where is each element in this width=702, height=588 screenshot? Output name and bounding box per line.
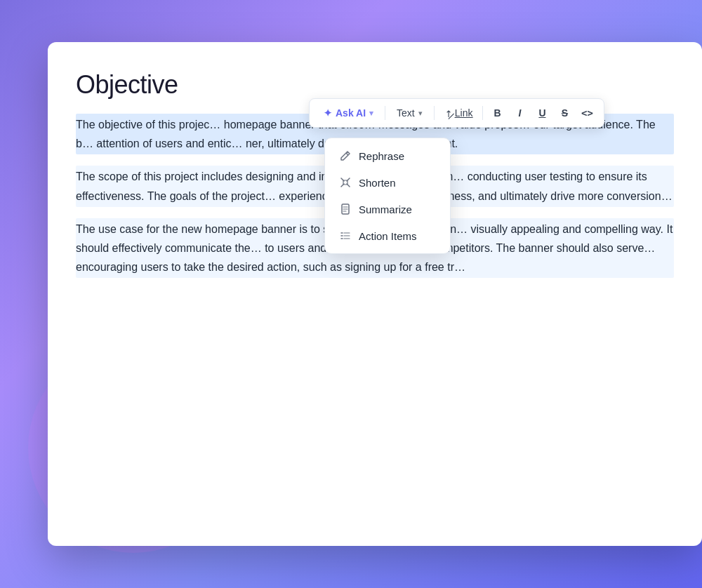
formatting-toolbar: ✦ Ask AI ▾ Text ▾ ↗ Link B I U S <> <box>309 98 604 128</box>
link-button[interactable]: ↗ Link <box>439 104 479 122</box>
bold-button[interactable]: B <box>487 103 507 123</box>
text-label: Text <box>397 107 415 119</box>
rephrase-label: Rephrase <box>359 150 404 162</box>
shorten-label: Shorten <box>359 177 396 189</box>
text-format-button[interactable]: Text ▾ <box>390 104 430 122</box>
summarize-label: Summarize <box>359 203 412 215</box>
menu-item-action-items[interactable]: Action Items <box>329 222 446 249</box>
underline-button[interactable]: U <box>532 103 552 123</box>
document-title: Objective <box>76 70 674 100</box>
ai-dropdown-menu: Rephrase Shorten Summarize <box>324 138 451 254</box>
ask-ai-button[interactable]: ✦ Ask AI ▾ <box>317 104 380 122</box>
divider-1 <box>385 106 385 120</box>
sparkle-icon: ✦ <box>324 107 332 119</box>
action-items-label: Action Items <box>359 230 417 242</box>
italic-icon: I <box>518 107 521 119</box>
text-chevron-icon: ▾ <box>418 109 423 118</box>
code-button[interactable]: <> <box>577 103 597 123</box>
shorten-icon <box>339 176 352 189</box>
link-arrow-icon: ↗ <box>442 107 454 119</box>
italic-button[interactable]: I <box>510 103 529 123</box>
code-icon: <> <box>581 107 593 119</box>
menu-item-summarize[interactable]: Summarize <box>329 196 446 222</box>
strikethrough-button[interactable]: S <box>555 103 574 123</box>
ask-ai-label: Ask AI <box>336 107 366 119</box>
rephrase-icon <box>339 149 352 162</box>
bold-icon: B <box>494 107 501 119</box>
ask-ai-chevron-icon: ▾ <box>369 109 373 118</box>
divider-2 <box>434 106 435 120</box>
summarize-icon <box>339 203 352 215</box>
link-label: Link <box>455 107 473 119</box>
menu-item-rephrase[interactable]: Rephrase <box>329 142 446 169</box>
strikethrough-icon: S <box>562 107 568 119</box>
menu-item-shorten[interactable]: Shorten <box>329 169 446 196</box>
divider-3 <box>482 106 483 120</box>
underline-icon: U <box>538 107 545 119</box>
action-items-icon <box>339 229 352 242</box>
